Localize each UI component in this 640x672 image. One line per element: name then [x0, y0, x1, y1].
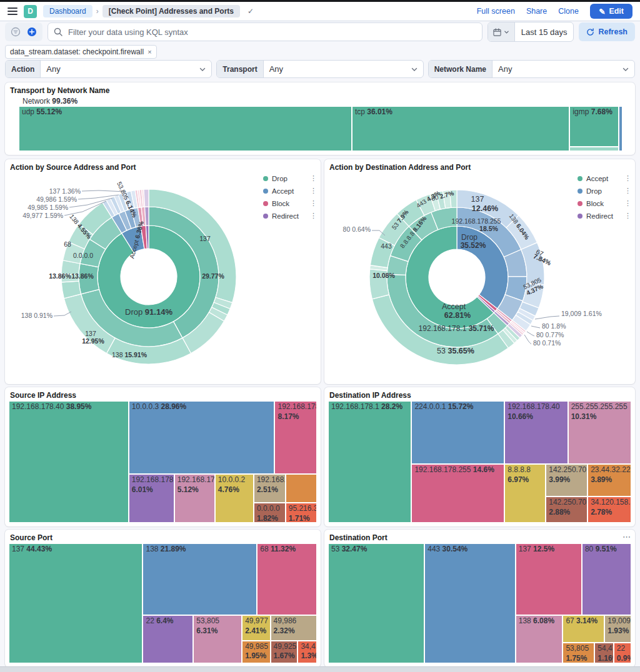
treemap-tile[interactable]: udp 55.12% — [19, 106, 352, 151]
treemap-tile[interactable]: 80 9.51% — [582, 543, 631, 615]
legend-item-accept[interactable]: Accept⋮ — [263, 187, 317, 195]
treemap-tile[interactable]: 10.0.0.2 4.76% — [215, 474, 254, 523]
treemap-tile[interactable] — [569, 147, 619, 151]
treemap-tile[interactable]: 49,977 2.41% — [242, 615, 270, 640]
treemap-tile[interactable]: 224.0.0.1 15.72% — [411, 401, 504, 464]
sunburst-segment[interactable] — [144, 189, 149, 207]
treemap-tile[interactable]: 443 30.54% — [424, 543, 516, 663]
treemap-tile[interactable]: 192.168.178.68 8.17% — [274, 401, 317, 474]
legend-item-drop[interactable]: Drop⋮ — [578, 187, 631, 195]
date-range-value[interactable]: Last 15 days — [515, 22, 574, 41]
sunburst-label: 18.5% — [479, 225, 498, 232]
treemap-tile[interactable]: 68 11.32% — [257, 543, 317, 615]
treemap-tile[interactable]: 0.0.0.0 1.82% — [254, 503, 286, 523]
label-leader-line — [527, 332, 534, 336]
panel-source-port: Source Port 137 44.43%138 21.89%68 11.32… — [5, 530, 321, 667]
treemap-tile[interactable]: 192.168.178.1 28.2% — [328, 401, 411, 523]
sunburst-label: 443 — [381, 242, 392, 250]
legend-options-icon[interactable]: ⋮ — [310, 199, 317, 207]
treemap-tile[interactable]: 8.8.8.8 6.97% — [504, 464, 546, 523]
panel-action-by-source: Action by Source Address and Port Drop⋮A… — [5, 159, 321, 384]
sunburst-segment[interactable] — [145, 207, 149, 225]
treemap-tile[interactable]: tcp 36.01% — [352, 106, 570, 151]
treemap-tile[interactable]: 142.250.70.131 2.88% — [546, 497, 588, 523]
legend-options-icon[interactable]: ⋮ — [624, 187, 631, 195]
treemap-tile[interactable]: 19,009 1.93% — [604, 615, 631, 643]
treemap-tile[interactable]: 137 12.5% — [516, 543, 582, 615]
legend-options-icon[interactable]: ⋮ — [310, 174, 317, 182]
remove-filter-icon[interactable]: × — [148, 48, 151, 56]
breadcrumb-item[interactable]: Dashboard — [43, 5, 92, 17]
refresh-button[interactable]: Refresh — [579, 22, 635, 41]
treemap-tile[interactable]: 22 0.9% — [614, 643, 631, 663]
legend-options-icon[interactable]: ⋮ — [310, 187, 317, 195]
add-filter-icon[interactable] — [27, 27, 37, 37]
legend-dot — [263, 201, 268, 206]
legend-item-block[interactable]: Block⋮ — [578, 199, 631, 207]
breadcrumb-item[interactable]: [Check Point] Addresses and Ports — [102, 5, 240, 17]
tile-label: 192.168.178.55 6.01% — [132, 475, 174, 494]
tile-label: 80 9.51% — [585, 545, 617, 553]
treemap-tile[interactable]: 34.120.158.37 2.78% — [588, 497, 631, 523]
kql-search-input[interactable] — [67, 27, 476, 37]
treemap-tile[interactable]: 142.250.70.227 3.99% — [546, 464, 588, 497]
treemap-tile[interactable]: 49,985 1.95% — [242, 641, 270, 663]
treemap-tile[interactable] — [286, 474, 317, 503]
panel-title: Source Port — [10, 533, 52, 542]
calendar-icon — [493, 28, 501, 36]
tile-label: tcp 36.01% — [355, 107, 392, 116]
legend-options-icon[interactable]: ⋮ — [624, 199, 631, 207]
space-avatar[interactable]: D — [24, 5, 37, 18]
menu-icon[interactable] — [8, 7, 18, 15]
calendar-button[interactable] — [488, 22, 515, 41]
sunburst-label: 13.86% — [71, 272, 94, 280]
panel-options-icon[interactable]: ⋯ — [622, 532, 631, 541]
treemap-tile[interactable]: 23.44.32.22 3.89% — [588, 464, 631, 497]
treemap-tile[interactable]: 192.168.178.255 14.6% — [411, 464, 504, 523]
treemap-tile[interactable]: 53,805 6.31% — [193, 615, 242, 663]
filter-pill[interactable]: data_stream.dataset: checkpoint.firewall… — [5, 45, 157, 59]
treemap-tile[interactable]: 192.168.178.40 10.66% — [504, 401, 568, 464]
treemap-tile[interactable]: 137 44.43% — [9, 543, 142, 663]
control-network-name[interactable]: Network NameAny — [428, 60, 635, 78]
treemap-tile[interactable]: 34,416 1.3% — [298, 641, 317, 663]
header-link-share[interactable]: Share — [526, 7, 547, 16]
control-transport[interactable]: TransportAny — [216, 60, 423, 78]
search-icon — [54, 27, 62, 36]
legend-options-icon[interactable]: ⋮ — [624, 174, 631, 182]
treemap-tile[interactable]: 95.216.33.58 1.71% — [286, 503, 317, 523]
treemap-tile[interactable]: 53,805 1.75% — [562, 643, 594, 663]
treemap-tile[interactable]: 192.168.178.40 38.95% — [9, 401, 129, 523]
treemap-tile[interactable]: 138 21.89% — [142, 543, 257, 615]
sunburst-label: 49,985 1.59% — [28, 204, 68, 211]
legend-item-block[interactable]: Block⋮ — [263, 199, 317, 207]
tile-label: 224.0.0.1 15.72% — [414, 402, 473, 411]
treemap-tile[interactable]: 49,925 1.67% — [271, 641, 298, 663]
legend-item-redirect[interactable]: Redirect⋮ — [578, 212, 631, 220]
header-link-full-screen[interactable]: Full screen — [477, 7, 515, 16]
legend-item-drop[interactable]: Drop⋮ — [263, 174, 317, 182]
control-label: Action — [6, 61, 41, 77]
treemap-tile[interactable] — [619, 106, 622, 151]
legend-item-redirect[interactable]: Redirect⋮ — [263, 212, 317, 220]
legend-item-accept[interactable]: Accept⋮ — [578, 174, 631, 182]
treemap-tile[interactable]: 49,986 2.32% — [271, 615, 317, 640]
treemap-tile[interactable]: 22 6.4% — [142, 615, 193, 663]
treemap-tile[interactable]: 10.0.0.3 28.96% — [129, 401, 275, 474]
tile-label: 23.44.32.22 3.89% — [591, 465, 630, 484]
saved-query-icon[interactable] — [11, 27, 21, 37]
header-link-clone[interactable]: Clone — [558, 7, 579, 16]
treemap-tile[interactable]: 192.168.178.55 6.01% — [129, 474, 174, 523]
edit-button[interactable]: ✎ Edit — [590, 4, 632, 19]
treemap-tile[interactable]: 54,471 1.16% — [594, 643, 614, 663]
control-action[interactable]: ActionAny — [5, 60, 212, 78]
treemap-tile[interactable]: 192.168.178.56 2.51% — [254, 474, 286, 503]
legend-options-icon[interactable]: ⋮ — [624, 212, 631, 220]
treemap-tile[interactable]: 138 6.08% — [516, 615, 563, 663]
legend-options-icon[interactable]: ⋮ — [310, 212, 317, 220]
treemap-tile[interactable]: 53 32.47% — [328, 543, 424, 663]
treemap-tile[interactable]: 67 3.14% — [562, 615, 604, 643]
treemap-tile[interactable]: 255.255.255.255 10.31% — [568, 401, 631, 464]
treemap-tile[interactable]: igmp 7.68% — [569, 106, 619, 147]
treemap-tile[interactable]: 192.168.178.1 5.12% — [174, 474, 215, 523]
